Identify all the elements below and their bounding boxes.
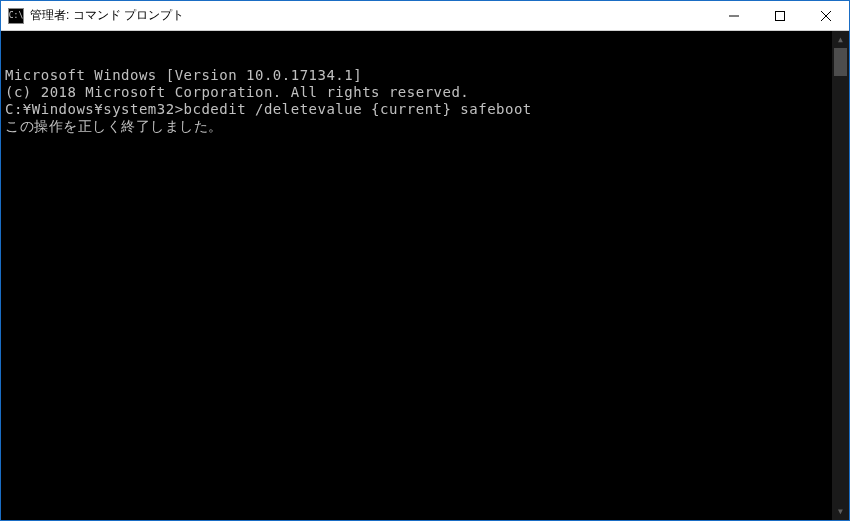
cmd-icon: C:\ bbox=[8, 8, 24, 24]
terminal-command-line: C:¥Windows¥system32>bcdedit /deletevalue… bbox=[5, 101, 828, 118]
window-title: 管理者: コマンド プロンプト bbox=[30, 7, 711, 24]
cmd-icon-text: C:\ bbox=[9, 11, 23, 20]
titlebar: C:\ 管理者: コマンド プロンプト bbox=[1, 1, 849, 31]
terminal-area[interactable]: Microsoft Windows [Version 10.0.17134.1]… bbox=[1, 31, 849, 520]
terminal-prompt: C:¥Windows¥system32> bbox=[5, 101, 184, 117]
minimize-button[interactable] bbox=[711, 1, 757, 30]
terminal-result-line: この操作を正しく終了しました。 bbox=[5, 118, 828, 135]
maximize-icon bbox=[775, 11, 785, 21]
scroll-down-arrow-icon[interactable]: ▼ bbox=[832, 503, 849, 520]
terminal-content: Microsoft Windows [Version 10.0.17134.1]… bbox=[1, 31, 832, 520]
window-controls bbox=[711, 1, 849, 30]
scrollbar-thumb[interactable] bbox=[834, 48, 847, 76]
svg-rect-1 bbox=[776, 11, 785, 20]
terminal-command: bcdedit /deletevalue {current} safeboot bbox=[184, 101, 532, 117]
maximize-button[interactable] bbox=[757, 1, 803, 30]
scroll-up-arrow-icon[interactable]: ▲ bbox=[832, 31, 849, 48]
terminal-line-version: Microsoft Windows [Version 10.0.17134.1] bbox=[5, 67, 828, 84]
terminal-line-copyright: (c) 2018 Microsoft Corporation. All righ… bbox=[5, 84, 828, 101]
vertical-scrollbar[interactable]: ▲ ▼ bbox=[832, 31, 849, 520]
close-icon bbox=[821, 11, 831, 21]
minimize-icon bbox=[729, 11, 739, 21]
close-button[interactable] bbox=[803, 1, 849, 30]
